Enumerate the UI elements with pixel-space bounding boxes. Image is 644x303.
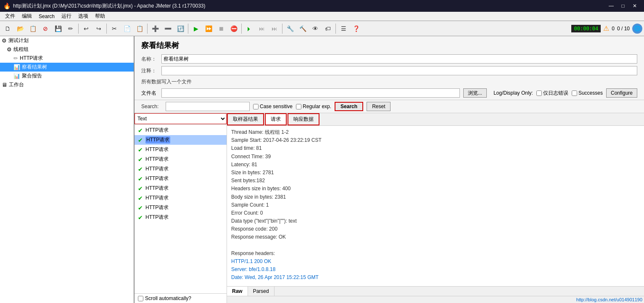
browse-button[interactable]: 浏览... xyxy=(463,88,487,98)
search-button[interactable]: Search xyxy=(335,102,363,111)
tab-request[interactable]: 请求 xyxy=(265,113,287,125)
minimize-button[interactable]: — xyxy=(605,0,617,12)
list-item[interactable]: ✔ HTTP请求 xyxy=(135,213,227,222)
case-sensitive-checkbox[interactable] xyxy=(253,104,259,109)
toolbar-fast-forward[interactable]: ⏩ xyxy=(203,23,214,35)
toolbar-list[interactable]: ☰ xyxy=(338,23,349,35)
list-item[interactable]: ✔ HTTP请求 xyxy=(135,174,227,183)
toolbar-tool2[interactable]: 🔨 xyxy=(297,23,309,35)
toolbar-open[interactable]: 📂 xyxy=(14,23,26,35)
toolbar-sep5 xyxy=(241,24,242,34)
detail-bottom-tabs: Raw Parsed xyxy=(227,286,644,296)
toolbar-skip1[interactable]: ⏭ xyxy=(256,23,268,35)
toolbar-skip2[interactable]: ⏭ xyxy=(269,23,280,35)
detail-line xyxy=(231,242,640,250)
tree-item-aggregate[interactable]: 📊 聚合报告 xyxy=(0,72,134,80)
toolbar-stop-now[interactable]: ⛔ xyxy=(228,23,240,35)
toolbar-redo[interactable]: ↪ xyxy=(93,23,105,35)
workbench-icon: 🖥 xyxy=(2,82,7,88)
list-item[interactable]: ✔ HTTP请求 xyxy=(135,125,227,135)
detail-line: Headers size in bytes: 400 xyxy=(231,185,640,193)
detail-tabs: 取样器结果 请求 响应数据 xyxy=(227,113,644,126)
toolbar-new[interactable]: 🗋 xyxy=(2,23,13,35)
scroll-auto-checkbox[interactable] xyxy=(138,296,143,301)
reset-button[interactable]: Reset xyxy=(367,102,391,111)
toolbar-refresh[interactable]: 🔃 xyxy=(174,23,186,35)
status-ok-icon: ✔ xyxy=(138,195,143,202)
tree-item-http-request[interactable]: ✏ HTTP请求 xyxy=(0,54,134,63)
toolbar-tool1[interactable]: 🔧 xyxy=(284,23,296,35)
dropdown-selector: Text xyxy=(135,113,227,125)
search-input[interactable] xyxy=(166,102,250,111)
tree-item-threadgroup[interactable]: ⚙ 线程组 xyxy=(0,45,134,54)
result-item-label: HTTP请求 xyxy=(145,165,169,173)
toolbar-sep3 xyxy=(147,24,148,34)
detail-line: Connect Time: 39 xyxy=(231,153,640,161)
http-request-label: HTTP请求 xyxy=(20,55,43,62)
list-item[interactable]: ✔ HTTP请求 xyxy=(135,154,227,164)
detail-line: Sample Count: 1 xyxy=(231,201,640,209)
result-list-panel: Text ✔ HTTP请求 ✔ HTTP请求 ✔ HTTP请求 xyxy=(135,113,227,303)
detail-line: Load time: 81 xyxy=(231,144,640,152)
regular-exp-checkbox[interactable] xyxy=(296,104,301,109)
toolbar-help[interactable]: ❓ xyxy=(350,23,362,35)
result-item-label: HTTP请求 xyxy=(145,194,169,202)
toolbar-play-from[interactable]: ⏵ xyxy=(243,23,255,35)
result-tree-icon: 📊 xyxy=(13,64,20,70)
test-ratio: 0 / 10 xyxy=(617,26,630,32)
close-button[interactable]: ✕ xyxy=(629,0,641,12)
bottom-tab-parsed[interactable]: Parsed xyxy=(248,287,274,296)
tree-item-testplan[interactable]: ⚙ 测试计划 xyxy=(0,36,134,45)
tree-item-result-tree[interactable]: 📊 察看结果树 xyxy=(0,63,134,72)
successes-checkbox[interactable] xyxy=(572,90,577,96)
toolbar-view[interactable]: 👁 xyxy=(309,23,321,35)
bottom-tab-raw[interactable]: Raw xyxy=(227,287,248,296)
list-item[interactable]: ✔ HTTP请求 xyxy=(135,145,227,154)
log-error-checkbox[interactable] xyxy=(536,90,542,96)
menu-run[interactable]: 运行 xyxy=(58,12,75,21)
toolbar-edit[interactable]: ✏ xyxy=(65,23,77,35)
tab-sampler-result[interactable]: 取样器结果 xyxy=(227,113,264,125)
toolbar-copy[interactable]: 📄 xyxy=(121,23,133,35)
toolbar-paste[interactable]: 📋 xyxy=(134,23,145,35)
menu-help[interactable]: 帮助 xyxy=(92,12,108,21)
tab-response-data[interactable]: 响应数据 xyxy=(288,113,319,125)
detail-line: Data type ("text"|"bin"|""): text xyxy=(231,217,640,225)
toolbar-stop-circle[interactable]: ⊘ xyxy=(40,23,51,35)
toolbar-play[interactable]: ▶ xyxy=(190,23,202,35)
comment-input[interactable] xyxy=(161,66,637,75)
window-controls: — □ ✕ xyxy=(605,0,641,12)
maximize-button[interactable]: □ xyxy=(617,0,629,12)
toolbar-save[interactable]: 💾 xyxy=(52,23,64,35)
format-dropdown[interactable]: Text xyxy=(135,113,227,124)
menu-file[interactable]: 文件 xyxy=(2,12,18,21)
menu-options[interactable]: 选项 xyxy=(75,12,92,21)
timer-display: 00:00:04 xyxy=(571,25,601,32)
list-item[interactable]: ✔ HTTP请求 xyxy=(135,193,227,203)
list-item[interactable]: ✔ HTTP请求 xyxy=(135,183,227,193)
detail-line-blue: HTTP/1.1 200 OK xyxy=(231,258,640,266)
toolbar-save-template[interactable]: 📋 xyxy=(27,23,39,35)
result-item-label: HTTP请求 xyxy=(145,156,169,163)
file-input[interactable] xyxy=(161,88,460,98)
configure-button[interactable]: Configure xyxy=(606,88,637,98)
name-input[interactable] xyxy=(161,54,637,64)
toolbar-add[interactable]: ➕ xyxy=(149,23,161,35)
toolbar-stop[interactable]: ⏹ xyxy=(215,23,227,35)
toolbar-remove[interactable]: ➖ xyxy=(162,23,174,35)
tree-item-workbench[interactable]: 🖥 工作台 xyxy=(0,80,134,89)
comment-label: 注释： xyxy=(141,67,158,74)
list-item[interactable]: ✔ HTTP请求 xyxy=(135,135,227,145)
list-item[interactable]: ✔ HTTP请求 xyxy=(135,203,227,213)
aggregate-icon: 📊 xyxy=(13,73,20,79)
globe-button[interactable]: 🌐 xyxy=(632,24,642,34)
status-ok-icon: ✔ xyxy=(138,185,143,192)
toolbar-cut[interactable]: ✂ xyxy=(108,23,120,35)
list-item[interactable]: ✔ HTTP请求 xyxy=(135,164,227,174)
toolbar-tag[interactable]: 🏷 xyxy=(322,23,334,35)
menu-edit[interactable]: 编辑 xyxy=(18,12,35,21)
menu-search[interactable]: Search xyxy=(35,13,58,20)
toolbar-undo[interactable]: ↩ xyxy=(80,23,92,35)
right-panel: 察看结果树 名称： 注释： 所有数据写入一个文件 文件名 浏览... Log/D… xyxy=(135,36,644,303)
successes-checkbox-group: Successes xyxy=(572,90,603,96)
